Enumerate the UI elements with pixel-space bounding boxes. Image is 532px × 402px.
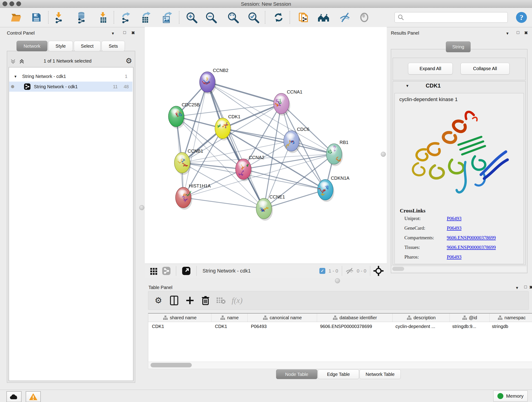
- table-row[interactable]: CDK1CDK1P064939606.ENSP00000378699cyclin…: [148, 322, 532, 331]
- import-network-icon[interactable]: [53, 11, 66, 24]
- tab-node-table[interactable]: Node Table: [276, 370, 317, 379]
- birdseye-crosshair-icon[interactable]: [374, 266, 384, 276]
- network-row[interactable]: String Network - cdk1 11 48: [9, 82, 133, 92]
- selected-checkbox-icon[interactable]: ✓: [319, 268, 325, 274]
- column-header-name[interactable]: name: [211, 313, 248, 322]
- show-columns-icon[interactable]: [170, 295, 178, 306]
- results-panel-float-icon[interactable]: □: [517, 30, 519, 35]
- tab-string[interactable]: String: [446, 41, 471, 52]
- table-cell[interactable]: 9606.ENSP00000378699: [317, 322, 392, 331]
- crosslinks-list: Uniprot:P06493GeneCard:P06493Compartment…: [404, 216, 524, 260]
- import-table-icon[interactable]: [97, 11, 110, 24]
- table-hscrollbar-thumb[interactable]: [151, 363, 192, 367]
- export-network-icon[interactable]: [120, 11, 133, 24]
- control-panel-close-icon[interactable]: ✖: [131, 30, 135, 36]
- crosslink-value-link[interactable]: 9606.ENSP00000378699: [447, 245, 496, 250]
- table-panel-float-icon[interactable]: □: [524, 284, 527, 289]
- zoom-selected-icon[interactable]: [247, 11, 260, 24]
- network-node-RB1[interactable]: RB1: [326, 140, 348, 166]
- preview-icon[interactable]: [358, 11, 371, 24]
- help-icon[interactable]: ?: [515, 11, 528, 24]
- table-panel-close-icon[interactable]: ✖: [529, 285, 532, 290]
- detach-view-icon[interactable]: [182, 266, 191, 275]
- column-header--id[interactable]: @id: [450, 313, 490, 322]
- tab-network[interactable]: Network: [17, 41, 47, 51]
- hierarchy-icon: [333, 315, 338, 320]
- open-session-icon[interactable]: [10, 11, 22, 24]
- expand-all-button[interactable]: Expand All: [408, 63, 453, 75]
- save-session-icon[interactable]: [30, 11, 43, 24]
- gene-expander-icon[interactable]: ▼: [405, 84, 409, 88]
- node-label-HIST1H1A: HIST1H1A: [189, 183, 211, 188]
- collapse-all-networks-icon[interactable]: [10, 58, 17, 66]
- search-input[interactable]: [406, 15, 507, 20]
- import-network-from-database-icon[interactable]: [75, 11, 88, 24]
- zoom-in-icon[interactable]: [185, 11, 198, 24]
- cloud-button[interactable]: [6, 391, 22, 402]
- export-image-icon[interactable]: [161, 11, 173, 24]
- home-pages-icon[interactable]: [317, 11, 330, 24]
- tab-select[interactable]: Select: [74, 41, 101, 51]
- network-node-CCNE1[interactable]: CCNE1: [256, 194, 285, 221]
- share-document-icon[interactable]: [298, 11, 310, 24]
- add-column-icon[interactable]: [185, 296, 195, 305]
- crosslink-value-link[interactable]: P06493: [447, 254, 462, 260]
- memory-status-dot-icon: [497, 393, 503, 399]
- tab-sets[interactable]: Sets: [101, 41, 125, 51]
- toolbar-separator: [179, 11, 179, 24]
- table-cell[interactable]: P06493: [247, 322, 317, 331]
- hidden-eye-icon[interactable]: [345, 268, 354, 274]
- export-table-icon[interactable]: [139, 11, 152, 24]
- vertical-splitter-grip[interactable]: [381, 152, 386, 157]
- table-panel-collapse-icon[interactable]: ▾: [516, 285, 518, 290]
- column-header-canonical-name[interactable]: canonical name: [248, 313, 317, 322]
- delete-column-icon[interactable]: [201, 295, 210, 306]
- network-graph-svg[interactable]: CCNB2CCNA1CDC25BCDK1CDC6RB1CCNB1CCNA2CDK…: [145, 27, 387, 264]
- tab-style[interactable]: Style: [48, 41, 73, 51]
- horizontal-splitter-grip[interactable]: [335, 278, 340, 283]
- column-header-namespac[interactable]: namespac: [490, 313, 532, 322]
- share-view-icon[interactable]: [162, 266, 171, 275]
- table-toolbar: ⚙ f(x): [148, 291, 529, 310]
- vertical-splitter-grip[interactable]: [139, 205, 144, 210]
- column-header-database-identifier[interactable]: database identifier: [317, 313, 393, 322]
- results-hscrollbar[interactable]: [391, 266, 526, 272]
- collapse-all-button[interactable]: Collapse All: [461, 63, 510, 75]
- table-cell[interactable]: cyclin-dependent ...: [392, 322, 449, 331]
- network-node-CCNA1[interactable]: CCNA1: [273, 89, 302, 116]
- crosslink-value-link[interactable]: P06493: [447, 216, 462, 221]
- zoom-fit-icon[interactable]: [227, 11, 239, 24]
- table-cell[interactable]: CDK1: [211, 322, 247, 331]
- network-node-CDC6[interactable]: CDC6: [284, 127, 309, 153]
- expand-all-networks-icon[interactable]: [18, 58, 25, 66]
- memory-button[interactable]: Memory: [493, 390, 528, 402]
- results-hscrollbar-thumb[interactable]: [392, 267, 404, 271]
- zoom-out-icon[interactable]: [205, 11, 217, 24]
- network-node-HIST1H1A[interactable]: HIST1H1A: [176, 183, 211, 210]
- network-node-CCNB2[interactable]: CCNB2: [200, 68, 228, 94]
- crosslink-value-link[interactable]: P06493: [447, 225, 462, 231]
- network-collection-row[interactable]: ▼ String Network - cdk1 1: [9, 71, 133, 81]
- results-panel-collapse-icon[interactable]: ▾: [506, 31, 509, 36]
- table-cell[interactable]: stringdb: [488, 322, 532, 331]
- warnings-button[interactable]: [26, 391, 41, 402]
- table-options-gear-icon[interactable]: ⚙: [155, 296, 162, 305]
- table-cell[interactable]: stringdb:9...: [449, 322, 488, 331]
- grid-view-icon[interactable]: [150, 267, 158, 275]
- show-hide-icon[interactable]: [338, 11, 351, 24]
- tab-network-table[interactable]: Network Table: [360, 370, 401, 379]
- table-hscrollbar[interactable]: [148, 362, 532, 369]
- network-node-CDKN1A[interactable]: CDKN1A: [317, 176, 350, 202]
- control-panel-float-icon[interactable]: □: [123, 30, 126, 35]
- table-cell[interactable]: CDK1: [148, 322, 211, 331]
- tab-edge-table[interactable]: Edge Table: [318, 370, 359, 379]
- results-panel-close-icon[interactable]: ✖: [524, 30, 528, 36]
- crosslink-value-link[interactable]: 9606.ENSP00000378699: [447, 235, 496, 241]
- column-header-shared-name[interactable]: shared name: [148, 313, 211, 322]
- refresh-icon[interactable]: [272, 11, 285, 24]
- column-header-description[interactable]: description: [393, 313, 450, 322]
- tree-expander-icon[interactable]: ▼: [14, 75, 17, 78]
- network-options-gear-icon[interactable]: ⚙: [126, 56, 132, 65]
- control-panel-collapse-icon[interactable]: ▾: [112, 31, 114, 36]
- network-canvas[interactable]: CCNB2CCNA1CDC25BCDK1CDC6RB1CCNB1CCNA2CDK…: [145, 27, 387, 264]
